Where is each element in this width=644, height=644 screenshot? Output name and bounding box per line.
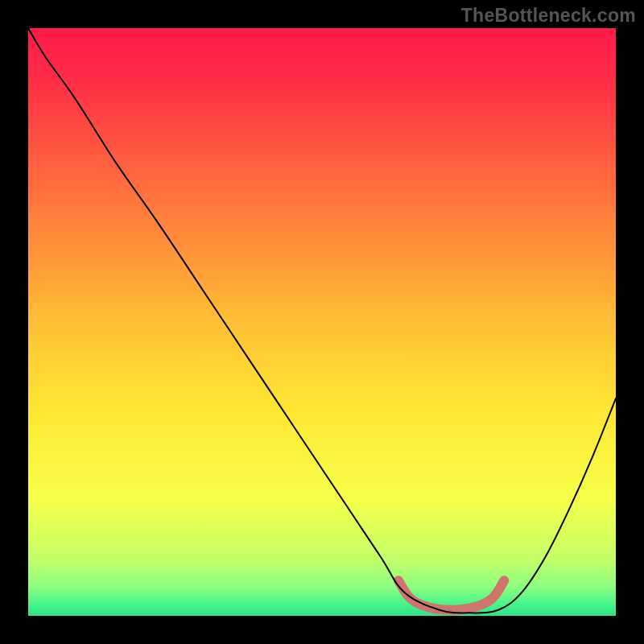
chart-container: TheBottleneck.com xyxy=(0,0,644,644)
watermark-text: TheBottleneck.com xyxy=(461,5,636,27)
bottleneck-chart xyxy=(28,28,616,616)
gradient-background xyxy=(28,28,616,616)
